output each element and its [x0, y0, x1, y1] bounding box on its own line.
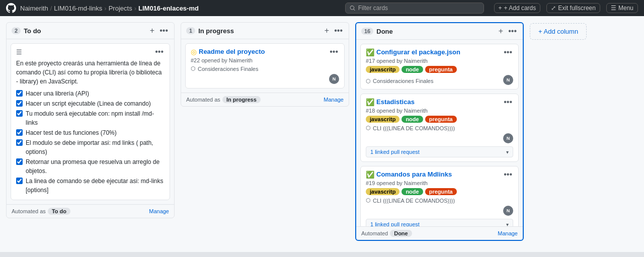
breadcrumb: Naimerith / LIM016-md-links › Projects ›… [20, 5, 199, 12]
card-comandos-labels: javascritp node pregunta [366, 188, 513, 195]
checklist-item-3: Hacer test de tus funciones (70%) [16, 128, 165, 137]
horizontal-scrollbar[interactable] [0, 252, 644, 257]
card-readme-milestone: ⬡ Consideraciones Finales [191, 65, 339, 72]
menu-button[interactable]: ☰ Menu [606, 3, 638, 13]
column-inprogress-manage-link[interactable]: Manage [324, 97, 344, 103]
label-js-0: javascritp [366, 66, 399, 73]
column-inprogress-menu-button[interactable]: ••• [333, 27, 344, 35]
column-inprogress-add-button[interactable]: + [324, 27, 330, 35]
checklist-item-1: Hacer un script ejecutable (Linea de com… [16, 99, 165, 108]
automated-badge-inprogress: In progress [222, 96, 261, 103]
column-todo-count: 2 [12, 27, 21, 34]
checklist-label-5: Retornar una promesa que resuelva un arr… [26, 157, 165, 176]
breadcrumb-current: LIM016-enlaces-md [138, 5, 199, 12]
card-estadisticas-menu-button[interactable]: ••• [503, 98, 513, 106]
column-todo-menu-button[interactable]: ••• [158, 27, 169, 35]
card-package-json-left: ✅ Configurar el package.json [366, 48, 501, 58]
card-comandos-meta: #19 opened by Naimerith [366, 180, 513, 186]
plus-icon: + [499, 5, 502, 12]
label-js-1: javascritp [366, 116, 399, 123]
note-card-body: En este proyecto crearás una herramienta… [16, 59, 165, 195]
card-estadisticas-labels: javascritp node pregunta [366, 116, 513, 123]
card-package-json-milestone-text: Consideraciones Finales [373, 78, 433, 84]
nav-actions: + + Add cards ⤢ Exit fullscreen ☰ Menu [494, 3, 638, 13]
column-inprogress-automated: Automated as In progress [186, 96, 261, 103]
card-estadisticas-avatar: N [503, 133, 513, 143]
add-column-button[interactable]: + Add column [530, 23, 587, 40]
column-done-count: 16 [361, 28, 373, 35]
card-package-json-menu-button[interactable]: ••• [503, 48, 513, 56]
breadcrumb-user[interactable]: Naimerith [20, 5, 48, 12]
breadcrumb-projects[interactable]: Projects [109, 5, 132, 12]
card-estadisticas-meta: #18 opened by Naimerith [366, 108, 513, 114]
card-comandos-menu-button[interactable]: ••• [503, 170, 513, 179]
column-done-add-button[interactable]: + [498, 27, 504, 35]
breadcrumb-sep1: / [50, 5, 52, 12]
pr-link-text-2: 1 linked pull request [370, 221, 420, 226]
exit-fullscreen-button[interactable]: ⤢ Exit fullscreen [546, 3, 600, 13]
card-estadisticas-footer: N [366, 133, 513, 143]
column-done: 16 Done + ••• ✅ Configurar el package.js… [355, 22, 524, 241]
column-inprogress-footer: Automated as In progress Manage [181, 93, 349, 106]
card-readme-left: ◎ Readme del proyecto [191, 48, 327, 57]
column-done-manage-link[interactable]: Manage [498, 230, 518, 236]
card-readme-footer: N [191, 74, 339, 84]
card-readme-milestone-text: Consideraciones Finales [198, 66, 258, 72]
checklist-item-2: Tu modulo será ejecutable con: npm insta… [16, 109, 165, 127]
column-todo-manage-link[interactable]: Manage [149, 208, 169, 214]
card-package-json-title[interactable]: Configurar el package.json [376, 48, 460, 56]
filter-search-container [345, 3, 484, 14]
note-card-text: En este proyecto crearás una herramienta… [16, 59, 165, 86]
label-pregunta-1: pregunta [425, 116, 457, 123]
card-package-json-labels: javascritp node pregunta [366, 66, 513, 73]
add-cards-button[interactable]: + + Add cards [494, 3, 541, 13]
label-node-1: node [401, 116, 423, 123]
column-inprogress-title: In progress [198, 27, 320, 35]
label-js-2: javascritp [366, 188, 399, 195]
checklist-label-4: El modulo se debe importar asi: md links… [26, 138, 165, 156]
column-todo-header: 2 To do + ••• [7, 23, 174, 39]
card-comandos: ✅ Comandos para Mdlinks ••• #19 opened b… [360, 166, 519, 226]
note-card-menu-button[interactable]: ••• [154, 48, 165, 56]
card-estadisticas-pr-link[interactable]: 1 linked pull request ▾ [366, 146, 513, 157]
exit-fullscreen-label: Exit fullscreen [558, 5, 596, 12]
filter-cards-input[interactable] [358, 5, 479, 12]
check-status-icon-0: ✅ [366, 48, 374, 56]
checklist-label-2: Tu modulo será ejecutable con: npm insta… [26, 109, 165, 127]
card-comandos-left: ✅ Comandos para Mdlinks [366, 170, 501, 180]
card-comandos-pr-link[interactable]: 1 linked pull request ▾ [366, 219, 513, 226]
note-card: ☰ ••• En este proyecto crearás una herra… [11, 43, 170, 200]
column-inprogress-body: ◎ Readme del proyecto ••• #22 opened by … [181, 39, 349, 93]
checklist-checkbox-5[interactable] [16, 158, 23, 165]
card-estadisticas-title[interactable]: Estadisticas [376, 98, 415, 106]
card-package-json-meta: #17 opened by Naimerith [366, 58, 513, 64]
chevron-down-icon-1: ▾ [506, 149, 509, 155]
column-todo-footer: Automated as To do Manage [7, 204, 174, 218]
column-inprogress: 1 In progress + ••• ◎ Readme del proyect… [181, 22, 349, 107]
column-inprogress-actions: + ••• [324, 27, 344, 35]
checklist-checkbox-6[interactable] [16, 178, 23, 184]
checklist-checkbox-4[interactable] [16, 139, 23, 146]
card-estadisticas-left: ✅ Estadisticas [366, 98, 501, 108]
checklist-item-6: La linea de comando se debe ejecutar asi… [16, 177, 165, 195]
checklist-checkbox-1[interactable] [16, 100, 23, 107]
automated-text-inprogress: Automated as [186, 97, 220, 103]
card-readme: ◎ Readme del proyecto ••• #22 opened by … [185, 43, 345, 89]
hamburger-icon: ☰ [611, 5, 616, 12]
card-readme-title[interactable]: Readme del proyecto [199, 48, 265, 55]
column-done-menu-button[interactable]: ••• [507, 27, 518, 35]
checklist-item-0: Hacer una librería (API) [16, 89, 165, 98]
checklist-checkbox-0[interactable] [16, 90, 23, 97]
checklist-checkbox-3[interactable] [16, 129, 23, 136]
column-todo-add-button[interactable]: + [149, 27, 155, 35]
check-status-icon-2: ✅ [366, 170, 374, 179]
card-comandos-header: ✅ Comandos para Mdlinks ••• [366, 170, 513, 180]
automated-badge-done: Done [390, 230, 412, 237]
card-readme-menu-button[interactable]: ••• [329, 48, 339, 56]
breadcrumb-repo[interactable]: LIM016-md-links [54, 5, 102, 12]
checklist-checkbox-2[interactable] [16, 110, 23, 117]
card-comandos-title[interactable]: Comandos para Mdlinks [376, 170, 452, 178]
milestone-icon-2: ⬡ [366, 197, 371, 204]
pr-link-text-1: 1 linked pull request [370, 149, 420, 155]
column-done-body: ✅ Configurar el package.json ••• #17 ope… [356, 40, 523, 226]
